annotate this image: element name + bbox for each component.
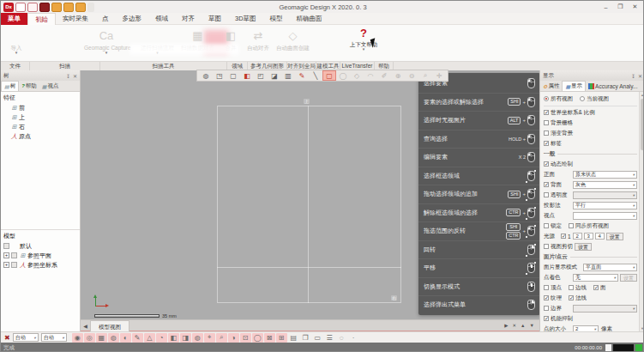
model-item-ref-coordinates[interactable]: + 人 参照坐标系 <box>1 260 80 270</box>
geomagic-capture-button[interactable]: Ca Geomagic Capture ▾ <box>81 27 132 54</box>
view-clip-checkbox[interactable] <box>544 244 549 249</box>
body-display-toggle-icon[interactable]: ◰ <box>254 70 268 81</box>
minimize-button[interactable]: – <box>599 2 613 13</box>
performance-limit-checkbox[interactable] <box>544 316 549 321</box>
pin-icon[interactable]: ↧ <box>66 73 70 79</box>
region-display-toggle-icon[interactable]: ◧ <box>240 70 254 81</box>
shaded-sphere-view-icon[interactable]: ◍ <box>199 70 213 81</box>
visibility-checkbox[interactable] <box>3 243 9 249</box>
circle-tool-icon[interactable]: ◯ <box>252 333 263 343</box>
open-document-icon[interactable] <box>27 3 38 12</box>
ribbon-tab[interactable]: 点 <box>95 13 116 25</box>
export-file-icon[interactable] <box>63 3 74 12</box>
visibility-checkbox[interactable] <box>11 262 17 268</box>
import-button[interactable]: 导入 ▾ <box>3 27 29 54</box>
tree-item-front-plane[interactable]: ⊞ 前 <box>1 103 80 112</box>
tab-up-icon[interactable]: ▲ <box>521 323 525 328</box>
viewpoint-select[interactable]: ▾ <box>573 212 637 220</box>
box-select-icon[interactable]: ⊠ <box>264 333 275 343</box>
section-view-icon[interactable]: ◐ <box>120 333 131 343</box>
more-tools-icon[interactable]: · <box>348 333 359 343</box>
customize-quick-access-icon[interactable] <box>96 3 103 12</box>
ribbon-tab[interactable]: 草图 <box>202 13 228 25</box>
face-checkbox[interactable] <box>593 285 599 290</box>
tab-display[interactable]: ▦显示 <box>562 81 586 91</box>
boxed-view-icon[interactable]: ⊡ <box>240 333 251 343</box>
clip-settings-button[interactable]: 设置 <box>575 243 592 251</box>
tab-scroll-right-icon[interactable]: ▶ <box>504 323 508 328</box>
scroll-up-icon[interactable]: ▲ <box>641 93 644 97</box>
light-3-toggle[interactable]: 3 <box>584 233 593 240</box>
maximize-button[interactable]: ❐ <box>613 2 628 13</box>
ribbon-tab[interactable]: 多边形 <box>116 13 149 25</box>
light-1-checkbox[interactable] <box>561 234 566 239</box>
context-help-button[interactable]: ? 上下文帮助 ▾ <box>344 27 383 51</box>
point-size-select[interactable]: 2▾ <box>573 325 599 332</box>
panel-scrollbar[interactable]: ▲ ▼ <box>639 92 644 331</box>
zoom-region-icon[interactable]: ⌕ <box>216 333 227 343</box>
wireframe-cube-view-icon[interactable]: ◳ <box>213 70 226 81</box>
copy-view-icon[interactable]: ❐ <box>300 333 311 343</box>
normal-checkbox[interactable] <box>569 295 574 300</box>
cube-right-view-icon[interactable]: ◨ <box>180 333 191 343</box>
ribbon-tab[interactable]: 菜单 <box>1 13 27 25</box>
current-view-radio[interactable] <box>580 96 585 101</box>
ribbon-tab[interactable]: 领域 <box>148 13 175 25</box>
tab-accuracy-analyzer[interactable]: Accuracy Analy... <box>586 81 640 91</box>
split-view-icon[interactable]: ▥ <box>281 70 295 81</box>
light-4-toggle[interactable]: 4 <box>595 233 605 240</box>
auto-align-button[interactable]: ⇄ 自动对齐 <box>244 27 273 51</box>
tree-item-top-plane[interactable]: ⊞ 上 <box>1 112 80 122</box>
ribbon-tab[interactable]: 初始 <box>27 13 56 25</box>
dynamic-draw-checkbox[interactable] <box>544 161 549 167</box>
tab-close-icon[interactable]: ✕ <box>512 323 516 328</box>
transparency-checkbox[interactable] <box>544 192 549 197</box>
tab-scroll-left-icon[interactable]: ◀ <box>81 323 90 329</box>
all-views-radio[interactable] <box>544 96 549 101</box>
background-grid-checkbox[interactable] <box>544 120 549 125</box>
magnifier-icon[interactable]: ⌕ <box>418 70 432 81</box>
zoom-out-icon[interactable]: ⊖ <box>405 70 418 81</box>
unit-mode-select[interactable]: 自动▾ <box>41 333 67 342</box>
model-item-ref-planes[interactable]: + ⊞ 参照平面 <box>1 251 80 260</box>
model-view-tab[interactable]: 模型视图 <box>90 320 129 331</box>
ribbon-tab[interactable]: 对齐 <box>175 13 202 25</box>
dot-ring-icon[interactable]: ◌ <box>336 333 347 343</box>
list-display-icon[interactable]: ☰ <box>324 333 335 343</box>
circle-select-icon[interactable]: ◯ <box>336 70 350 81</box>
line-select-icon[interactable]: ╲ <box>309 70 322 81</box>
visibility-checkbox[interactable] <box>11 252 17 258</box>
undo-icon[interactable] <box>87 3 94 12</box>
mesh-display-icon[interactable]: △ <box>144 333 155 343</box>
paint-select-icon[interactable]: ✎ <box>295 70 309 81</box>
rectangle-select-icon[interactable]: ▢ <box>322 70 336 81</box>
panel-tab[interactable]: ? 帮助 <box>19 81 39 91</box>
pan-view-icon[interactable]: ✛ <box>432 70 446 81</box>
fit-view-icon[interactable]: ◎ <box>84 333 95 343</box>
auto-surfacing-button[interactable]: ◇ 自动曲面创建 <box>273 27 313 51</box>
grid-plus-icon[interactable]: ⊞ <box>276 333 287 343</box>
cube-left-view-icon[interactable]: ◧ <box>168 333 179 343</box>
zoom-in-icon[interactable]: ⊕ <box>391 70 405 81</box>
shaded-view-icon[interactable]: ◍ <box>192 333 203 343</box>
monitor-display-icon[interactable]: ▭ <box>312 333 323 343</box>
close-icon[interactable]: ✕ <box>638 73 642 79</box>
scrollbar-thumb[interactable] <box>641 99 644 150</box>
plane-display-toggle-icon[interactable]: ▢ <box>226 70 240 81</box>
import-file-icon[interactable] <box>51 3 62 12</box>
close-button[interactable]: ✕ <box>628 2 642 13</box>
ribbon-tab[interactable]: 3D草图 <box>228 13 263 25</box>
scroll-down-icon[interactable]: ▼ <box>641 326 644 331</box>
vertex-checkbox[interactable] <box>544 285 549 290</box>
gradient-background-checkbox[interactable] <box>544 130 549 136</box>
save-icon[interactable] <box>39 3 50 12</box>
sketch-display-toggle-icon[interactable]: ◪ <box>268 70 281 81</box>
light-2-toggle[interactable]: 2 <box>573 233 582 240</box>
hatch-display-icon[interactable]: ▤ <box>288 333 299 343</box>
front-face-select[interactable]: 原来状态▾ <box>573 171 637 179</box>
tab-down-icon[interactable]: ▼ <box>530 323 534 328</box>
panel-tab[interactable]: ▤ 树 <box>1 81 19 91</box>
back-face-select[interactable]: 灰色▾ <box>573 181 637 189</box>
pin-icon[interactable]: ↧ <box>631 73 635 79</box>
recent-files-icon[interactable] <box>75 3 86 12</box>
